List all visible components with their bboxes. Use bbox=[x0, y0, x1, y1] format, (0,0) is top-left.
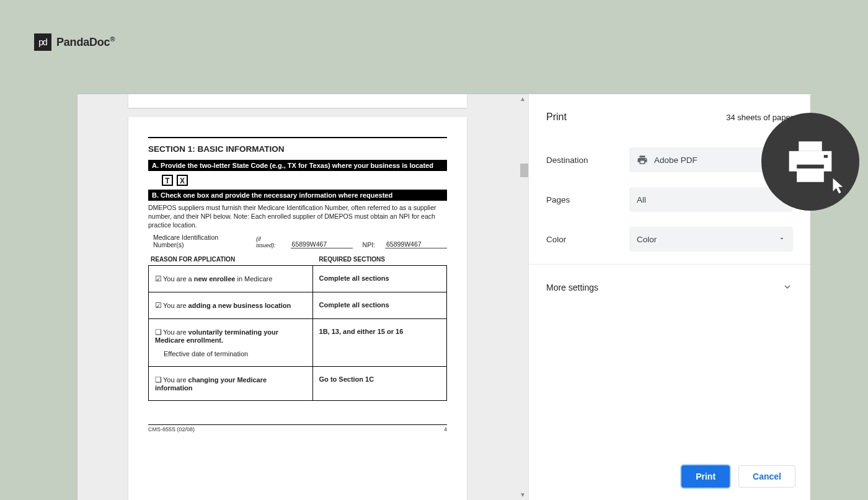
chevron-down-icon bbox=[782, 281, 793, 294]
table-header-left: REASON FOR APPLICATION bbox=[151, 256, 235, 263]
more-settings-toggle[interactable]: More settings bbox=[529, 270, 810, 305]
pandadoc-wordmark: PandaDoc® bbox=[56, 35, 115, 49]
banner-b: B. Check one box and provide the necessa… bbox=[148, 190, 447, 201]
chevron-down-icon bbox=[778, 235, 786, 244]
print-title: Print bbox=[546, 112, 567, 123]
form-code: CMS-855S (02/08) bbox=[148, 426, 195, 432]
paragraph-b: DMEPOS suppliers must furnish their Medi… bbox=[148, 203, 447, 230]
npi-label: NPI: bbox=[363, 241, 375, 248]
page-number: 4 bbox=[444, 426, 447, 432]
medicare-id-value: 65899W467 bbox=[291, 240, 353, 248]
divider bbox=[529, 264, 810, 265]
pages-label: Pages bbox=[546, 195, 629, 204]
preview-page: SECTION 1: BASIC INFORMATION A. Provide … bbox=[128, 117, 467, 500]
table-row: ❏You are changing your Medicare informat… bbox=[149, 366, 447, 400]
svg-rect-4 bbox=[797, 165, 824, 169]
cancel-button[interactable]: Cancel bbox=[738, 465, 795, 488]
printer-icon bbox=[637, 154, 648, 165]
scrollbar-thumb[interactable] bbox=[520, 164, 528, 177]
pandadoc-logo: pd PandaDoc® bbox=[34, 33, 115, 51]
previous-page-edge bbox=[128, 94, 467, 108]
pandadoc-mark-icon: pd bbox=[34, 33, 51, 51]
print-highlight-badge bbox=[761, 113, 859, 211]
table-header-right: REQUIRED SECTIONS bbox=[319, 256, 385, 263]
medicare-id-label: Medicare Identification Number(s) bbox=[153, 234, 246, 248]
checkbox-unchecked-icon: ❏ bbox=[155, 328, 162, 336]
npi-value: 65899W467 bbox=[385, 240, 447, 248]
state-code-char: T bbox=[162, 175, 173, 186]
color-select[interactable]: Color bbox=[629, 227, 793, 252]
scroll-up-icon[interactable]: ▲ bbox=[520, 96, 526, 102]
table-row: ❏You are voluntarily terminating your Me… bbox=[149, 318, 447, 366]
checkbox-checked-icon: ☑ bbox=[155, 274, 162, 283]
state-code-boxes: T X bbox=[162, 175, 447, 186]
pages-value: All bbox=[637, 195, 646, 204]
checkbox-unchecked-icon: ❏ bbox=[155, 375, 162, 384]
scroll-down-icon[interactable]: ▼ bbox=[520, 492, 526, 498]
pages-select[interactable]: All bbox=[629, 187, 793, 212]
print-preview-pane[interactable]: ▲ ▼ SECTION 1: BASIC INFORMATION A. Prov… bbox=[78, 94, 529, 500]
destination-value: Adobe PDF bbox=[654, 156, 698, 165]
section-heading: SECTION 1: BASIC INFORMATION bbox=[148, 144, 447, 154]
color-label: Color bbox=[546, 235, 629, 244]
color-value: Color bbox=[637, 235, 657, 244]
table-row: ☑You are a new enrollee in Medicare Comp… bbox=[149, 265, 447, 292]
row-subtext: Effective date of termination bbox=[164, 350, 306, 357]
table-row: ☑You are adding a new business location … bbox=[149, 292, 447, 318]
reason-table: ☑You are a new enrollee in Medicare Comp… bbox=[148, 265, 447, 401]
required-sections: Go to Section 1C bbox=[319, 375, 374, 383]
more-settings-label: More settings bbox=[546, 283, 598, 292]
required-sections: 1B, 13, and either 15 or 16 bbox=[319, 328, 404, 335]
printer-large-icon bbox=[786, 139, 835, 184]
print-dialog: ▲ ▼ SECTION 1: BASIC INFORMATION A. Prov… bbox=[78, 94, 810, 500]
state-code-char: X bbox=[177, 175, 188, 186]
dialog-buttons: Print Cancel bbox=[529, 465, 810, 500]
page-footer: CMS-855S (02/08) 4 bbox=[148, 424, 447, 432]
checkbox-checked-icon: ☑ bbox=[155, 301, 162, 310]
required-sections: Complete all sections bbox=[319, 274, 389, 282]
destination-label: Destination bbox=[546, 156, 629, 165]
svg-rect-0 bbox=[799, 141, 822, 151]
required-sections: Complete all sections bbox=[319, 301, 389, 309]
medicare-id-line: Medicare Identification Number(s) (if is… bbox=[153, 234, 447, 248]
medicare-id-suffix: (if issued): bbox=[256, 236, 281, 248]
banner-a: A. Provide the two-letter State Code (e.… bbox=[148, 160, 447, 171]
cursor-icon bbox=[831, 177, 848, 195]
print-button[interactable]: Print bbox=[681, 465, 730, 488]
svg-rect-2 bbox=[824, 155, 828, 158]
